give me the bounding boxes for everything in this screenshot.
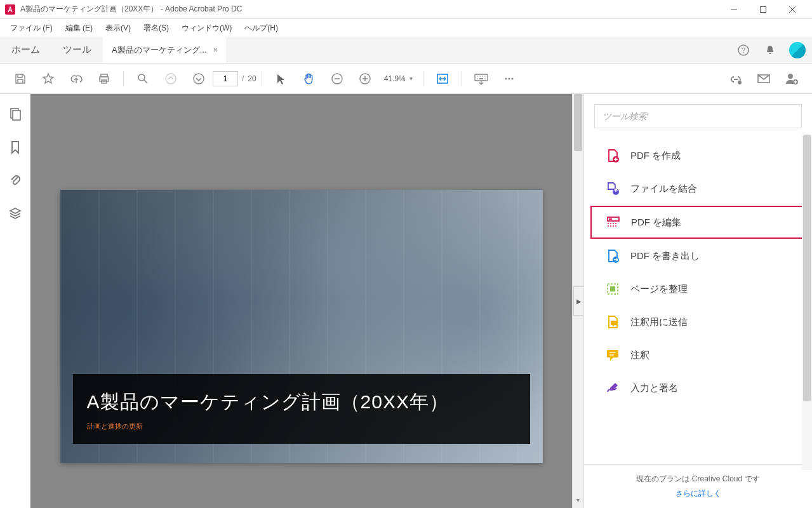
zoom-level-value: 41.9% <box>384 74 406 83</box>
right-scrollbar-thumb[interactable] <box>803 135 811 401</box>
create-pdf-icon <box>605 148 620 163</box>
tool-fill-sign[interactable]: 入力と署名 <box>590 372 806 404</box>
tool-combine-files[interactable]: ファイルを結合 <box>590 173 806 204</box>
svg-point-29 <box>508 77 510 79</box>
svg-rect-27 <box>479 78 483 79</box>
svg-rect-20 <box>475 74 488 81</box>
export-pdf-icon <box>605 248 620 264</box>
svg-point-31 <box>738 81 742 84</box>
zoom-in-icon[interactable] <box>354 67 376 90</box>
svg-rect-50 <box>611 321 617 325</box>
svg-line-11 <box>144 80 147 83</box>
tool-label: ファイルを結合 <box>630 183 697 195</box>
tab-home[interactable]: ホーム <box>0 37 51 63</box>
select-tool-icon[interactable] <box>270 67 293 90</box>
svg-point-22 <box>479 76 481 77</box>
cloud-upload-icon[interactable] <box>65 67 88 90</box>
document-canvas[interactable]: A製品のマーケティング計画（20XX年） 計画と進捗の更新 <box>30 94 572 508</box>
tab-close-icon[interactable]: × <box>213 45 218 55</box>
page-up-icon[interactable] <box>159 67 182 90</box>
tab-tools[interactable]: ツール <box>51 37 103 63</box>
add-user-icon[interactable] <box>780 67 803 90</box>
svg-point-26 <box>484 78 486 79</box>
keyboard-icon[interactable] <box>470 67 493 90</box>
tool-label: PDF を編集 <box>631 217 681 229</box>
menu-file[interactable]: ファイル (F) <box>4 20 59 36</box>
menu-window[interactable]: ウィンドウ(W) <box>175 20 238 36</box>
tool-label: ページを整理 <box>630 283 688 295</box>
page-separator: / <box>242 74 244 83</box>
svg-rect-2 <box>761 6 766 12</box>
menu-sign[interactable]: 署名(S) <box>137 20 175 36</box>
scroll-down-icon[interactable]: ▾ <box>573 497 583 508</box>
minimize-button[interactable] <box>719 0 749 19</box>
svg-point-12 <box>166 74 176 84</box>
comment-icon <box>605 347 620 363</box>
titlebar: A製品のマーケティング計画（20XX年） - Adobe Acrobat Pro… <box>0 0 812 19</box>
svg-rect-38 <box>13 110 20 120</box>
tool-export-pdf[interactable]: PDF を書き出し <box>590 240 806 272</box>
page-total: 20 <box>248 74 256 83</box>
learn-more-link[interactable]: さらに詳しく <box>594 488 802 499</box>
share-link-icon[interactable] <box>724 67 747 90</box>
acrobat-icon <box>5 4 15 15</box>
toolbar: / 20 41.9% ▾ <box>0 64 812 94</box>
tab-document[interactable]: A製品のマーケティング... × <box>103 37 227 63</box>
svg-point-25 <box>477 78 478 79</box>
page-number-input[interactable] <box>213 71 238 86</box>
tool-label: 注釈用に送信 <box>630 316 688 328</box>
svg-point-33 <box>788 74 793 79</box>
menu-edit[interactable]: 編集 (E) <box>59 20 99 36</box>
svg-rect-51 <box>607 350 618 358</box>
document-area: A製品のマーケティング計画（20XX年） 計画と進捗の更新 ▶ ▴ ▾ <box>30 94 583 508</box>
tool-comment[interactable]: 注釈 <box>590 339 806 371</box>
fit-width-icon[interactable] <box>431 67 454 90</box>
maximize-button[interactable] <box>749 0 778 19</box>
fill-sign-icon <box>605 380 620 396</box>
more-icon[interactable] <box>498 67 521 90</box>
email-icon[interactable] <box>752 67 775 90</box>
edit-pdf-icon <box>606 215 621 230</box>
help-icon[interactable]: ? <box>736 43 751 58</box>
layers-icon[interactable] <box>8 206 23 221</box>
organize-pages-icon <box>605 281 620 297</box>
tool-edit-pdf[interactable]: PDF を編集 <box>590 206 806 239</box>
svg-point-21 <box>477 76 478 77</box>
tools-list: PDF を作成 ファイルを結合 PDF を編集 PDF を書き出し ページを整理 <box>584 135 812 464</box>
avatar[interactable] <box>789 42 806 58</box>
svg-rect-8 <box>100 77 109 81</box>
hand-tool-icon[interactable] <box>298 67 321 90</box>
notifications-icon[interactable] <box>762 43 778 58</box>
zoom-out-icon[interactable] <box>326 67 349 90</box>
page-down-icon[interactable] <box>187 67 210 90</box>
svg-rect-44 <box>609 218 612 220</box>
tools-search-input[interactable] <box>594 104 802 128</box>
print-icon[interactable] <box>93 67 116 90</box>
combine-files-icon <box>605 181 620 196</box>
tab-row: ホーム ツール A製品のマーケティング... × ? <box>0 37 812 64</box>
thumbnails-icon[interactable] <box>8 107 23 122</box>
tool-label: PDF を作成 <box>630 150 681 162</box>
zoom-level-dropdown[interactable]: 41.9% ▾ <box>384 74 413 83</box>
close-button[interactable] <box>778 0 807 19</box>
chevron-down-icon: ▾ <box>409 75 413 82</box>
right-panel-scrollbar[interactable] <box>802 135 812 470</box>
svg-point-13 <box>194 74 204 84</box>
svg-point-28 <box>505 77 507 79</box>
document-subtitle: 計画と進捗の更新 <box>87 422 516 431</box>
tool-create-pdf[interactable]: PDF を作成 <box>590 140 806 171</box>
title-block: A製品のマーケティング計画（20XX年） 計画と進捗の更新 <box>73 374 530 444</box>
save-icon[interactable] <box>9 67 32 90</box>
attachment-icon[interactable] <box>8 173 23 188</box>
tool-organize-pages[interactable]: ページを整理 <box>590 273 806 305</box>
scrollbar-thumb[interactable] <box>574 94 582 151</box>
bookmark-icon[interactable] <box>8 140 23 155</box>
document-title: A製品のマーケティング計画（20XX年） <box>87 389 516 415</box>
menu-help[interactable]: ヘルプ(H) <box>238 20 284 36</box>
star-icon[interactable] <box>37 67 60 90</box>
collapse-right-panel-handle[interactable]: ▶ <box>573 286 583 316</box>
window-controls <box>719 0 807 19</box>
menu-view[interactable]: 表示(V) <box>99 20 137 36</box>
find-icon[interactable] <box>131 67 154 90</box>
tool-send-for-comments[interactable]: 注釈用に送信 <box>590 306 806 338</box>
